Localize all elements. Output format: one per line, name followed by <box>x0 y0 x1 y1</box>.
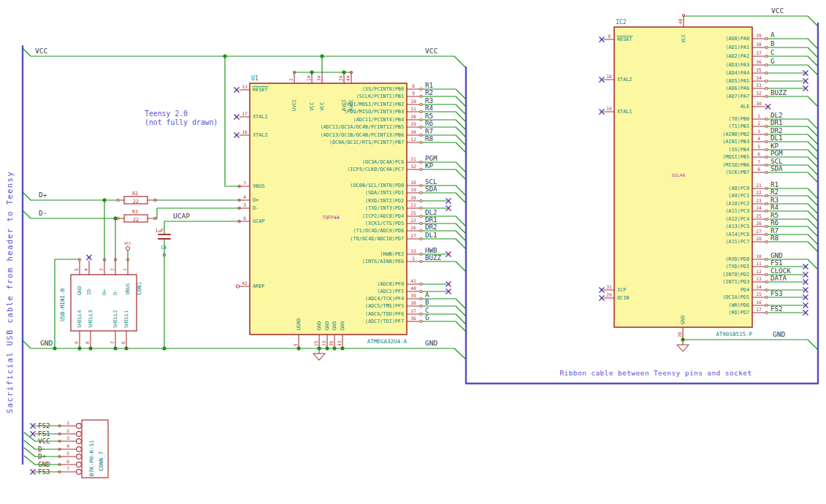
no-connect-icon <box>236 116 237 118</box>
pin-name: (ADC7/TDI)PF7 <box>365 318 404 324</box>
net-label: R8 <box>425 134 433 142</box>
pin-name: SHELL1 <box>123 310 129 328</box>
net-label-ucap: UCAP <box>173 212 190 220</box>
no-connect-icon <box>805 72 806 74</box>
pin-name: (A15)PC7 <box>725 239 749 245</box>
net-label-vcc: VCC <box>425 47 437 55</box>
pin-name: (AD4)PA4 <box>725 70 749 76</box>
net-label: BUZZ <box>770 88 787 96</box>
junction-dot <box>53 347 56 350</box>
pin-name: (WR)PD6 <box>728 302 749 308</box>
pin-number: 35 <box>329 340 334 346</box>
net-label: VCC <box>38 437 50 445</box>
net-label: B <box>425 298 429 306</box>
net-label: A <box>770 31 775 39</box>
pin-name: (MISO)PB6 <box>722 162 749 168</box>
pin-number: 1 <box>412 256 415 261</box>
pin-name: (AIN0)PB2 <box>722 131 749 137</box>
net-label: R6 <box>770 218 779 226</box>
pin-name: PD4 <box>741 287 749 293</box>
no-connect-icon <box>805 80 806 82</box>
pin-name: XTAL1 <box>253 114 267 120</box>
pin-name: (ADC5/TMS)PF5 <box>365 303 404 309</box>
pin-number: 3 <box>66 435 69 440</box>
unconnected-end <box>236 285 239 288</box>
conn7-value: B7K-PH-K-S1 <box>88 440 95 476</box>
pin-number: 30 <box>410 129 416 134</box>
c4-reference: C4 <box>161 245 167 251</box>
pin-number: 26 <box>410 225 416 230</box>
pin-name: (AD3)PA3 <box>725 62 749 68</box>
note-ribbon: Ribbon cable between Teensy pins and soc… <box>559 369 752 377</box>
net-label: R6 <box>425 119 433 127</box>
pin-name: (ADC13/OC1B/OC4B/PCINT13)PB6 <box>320 132 404 138</box>
ic2-value: AT90S8515-P <box>716 331 752 337</box>
pin-number: 27 <box>410 233 416 238</box>
pin-number: 13 <box>242 84 248 89</box>
net-label: SDA <box>425 185 437 193</box>
pin-number: 25 <box>410 210 416 215</box>
pin-name: (OC3A/OC4A)PC6 <box>362 159 404 165</box>
wire <box>24 448 35 457</box>
pin-number: 34 <box>756 75 762 80</box>
pin-name: (A12)PC4 <box>725 216 749 222</box>
conn7-pad <box>77 470 82 475</box>
wire <box>164 221 240 234</box>
pin-name: XTAL1 <box>617 109 632 115</box>
pin-number: 13 <box>756 276 762 281</box>
pin-number: 18 <box>606 74 612 79</box>
pin-name: UGND <box>296 318 302 330</box>
pin-name: UVCC <box>291 99 297 111</box>
pin-number: 7 <box>243 180 246 186</box>
pin-name: (AD2)PA2 <box>725 53 749 59</box>
pin-name: (OC0A/OC1C/RTS/PCINT7)PB7 <box>329 140 404 145</box>
no-connect-icon <box>32 433 34 435</box>
no-connect-icon <box>32 425 34 427</box>
pin-name: VCC <box>319 102 325 111</box>
net-label: DL1 <box>425 231 437 239</box>
net-label: BUZZ <box>425 253 442 261</box>
pin-number: 44 <box>345 75 351 81</box>
pin-number: 9 <box>74 341 79 344</box>
conn7-pad <box>77 432 82 437</box>
wire <box>768 242 818 252</box>
con1-value: USB-MINI-B <box>59 288 66 321</box>
net-label: FS1 <box>770 259 783 267</box>
pin-number: 4 <box>66 443 69 448</box>
net-label-vcc: VCC <box>771 7 784 15</box>
ground-icon <box>313 354 325 360</box>
no-connect-icon <box>236 89 237 91</box>
pin-name: (SCK)PB7 <box>725 169 749 175</box>
r2-reference: R2 <box>132 191 138 196</box>
wire <box>24 440 35 449</box>
pin-number: 35 <box>756 67 762 72</box>
conn7-pad <box>77 447 82 452</box>
pin-name: (PDO/MISO/PCINT3)PB3 <box>344 109 404 115</box>
net-label: FS3 <box>38 467 50 476</box>
pin-number: 7 <box>110 341 115 344</box>
r3-value: 22 <box>133 217 139 223</box>
pin-number: 28 <box>756 236 762 241</box>
ground-icon <box>677 345 689 351</box>
pin-number: 7 <box>66 466 69 471</box>
pin-number: 38 <box>756 42 762 47</box>
pin-number: 29 <box>410 121 416 126</box>
pin-name: (TXD)PD1 <box>725 264 749 270</box>
no-connect-icon <box>236 134 237 136</box>
pin-name: (T1/OC4D/ADC9)PD6 <box>353 228 404 234</box>
pin-number: 23 <box>321 340 326 346</box>
pin-name: D+ <box>102 289 107 295</box>
net-label: C <box>770 48 775 56</box>
pin-number: 30 <box>756 101 762 106</box>
net-label-gnd: GND <box>425 339 437 347</box>
conn7-pad <box>77 462 82 467</box>
no-connect-icon <box>601 39 603 40</box>
pin-name: ALE <box>741 104 749 110</box>
pin-name: (A8)PC0 <box>728 186 749 191</box>
pin-number: 6 <box>757 151 760 156</box>
net-label: R2 <box>770 188 779 196</box>
no-connect-icon <box>805 297 806 298</box>
r3-reference: R3 <box>132 209 138 215</box>
ic2-reference: IC2 <box>616 19 627 26</box>
pin-name: (ICP3/CLK0/OC4A)PC7 <box>347 167 404 172</box>
